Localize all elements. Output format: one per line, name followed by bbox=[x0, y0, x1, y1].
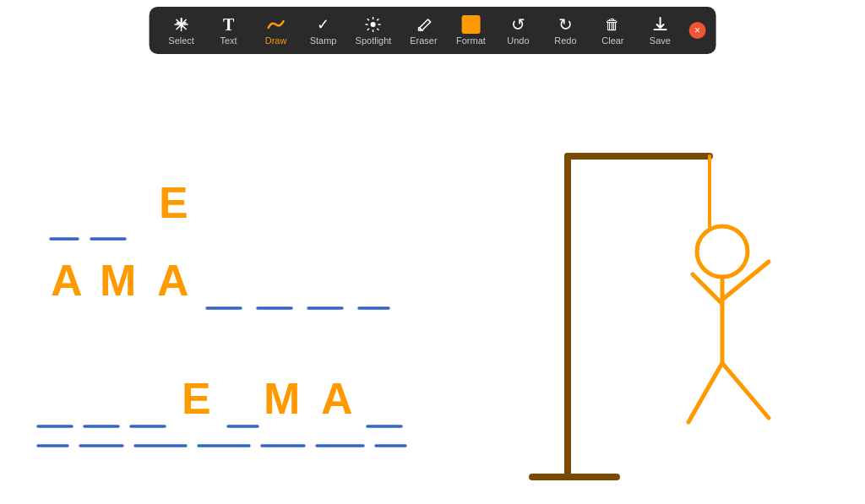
undo-label: Undo bbox=[507, 35, 529, 46]
save-label: Save bbox=[650, 35, 671, 46]
text-icon: T bbox=[223, 15, 234, 34]
spotlight-tool[interactable]: Spotlight bbox=[349, 12, 399, 49]
svg-text:✛: ✛ bbox=[176, 16, 187, 30]
svg-line-7 bbox=[378, 29, 379, 30]
stick-figure-arm-right bbox=[722, 262, 769, 300]
stamp-label: Stamp bbox=[310, 35, 337, 46]
eraser-tool[interactable]: Eraser bbox=[401, 12, 445, 49]
spotlight-icon bbox=[365, 15, 382, 34]
clear-label: Clear bbox=[601, 35, 623, 46]
undo-tool[interactable]: ↺ Undo bbox=[496, 12, 540, 49]
draw-label: Draw bbox=[265, 35, 287, 46]
text-tool[interactable]: T Text bbox=[207, 12, 251, 49]
letter-e-bottom: E bbox=[182, 374, 211, 423]
svg-line-9 bbox=[367, 29, 369, 30]
letter-a-left: A bbox=[51, 256, 83, 305]
eraser-icon bbox=[415, 15, 432, 34]
select-icon: ✛ bbox=[173, 15, 190, 34]
stamp-icon: ✓ bbox=[317, 15, 329, 34]
clear-tool[interactable]: 🗑 Clear bbox=[590, 12, 634, 49]
svg-line-8 bbox=[378, 19, 379, 20]
canvas-area[interactable]: E A M A E M A bbox=[0, 0, 865, 504]
letter-e-top: E bbox=[159, 178, 188, 227]
stamp-tool[interactable]: ✓ Stamp bbox=[302, 12, 345, 49]
undo-icon: ↺ bbox=[511, 15, 525, 34]
stick-figure-leg-right bbox=[722, 363, 769, 418]
text-label: Text bbox=[220, 35, 237, 46]
stick-figure-head bbox=[697, 226, 748, 277]
letter-m: M bbox=[100, 256, 136, 305]
toolbar: ✛ Select T Text Draw ✓ Stamp bbox=[150, 7, 716, 54]
select-label: Select bbox=[168, 35, 194, 46]
format-tool[interactable]: Format bbox=[449, 12, 492, 49]
letter-a-right: A bbox=[157, 256, 189, 305]
letter-a-bottom: A bbox=[321, 374, 353, 423]
svg-line-6 bbox=[367, 19, 369, 20]
draw-tool[interactable]: Draw bbox=[254, 12, 298, 49]
redo-icon: ↻ bbox=[558, 15, 573, 34]
svg-point-1 bbox=[371, 22, 376, 27]
format-icon bbox=[461, 15, 480, 34]
eraser-label: Eraser bbox=[410, 35, 437, 46]
clear-icon: 🗑 bbox=[605, 15, 620, 34]
stick-figure-arm-left bbox=[693, 274, 722, 304]
redo-tool[interactable]: ↻ Redo bbox=[543, 12, 587, 49]
close-icon: × bbox=[694, 24, 700, 36]
stick-figure-leg-left bbox=[688, 363, 722, 422]
save-icon bbox=[651, 15, 668, 34]
select-tool[interactable]: ✛ Select bbox=[160, 12, 204, 49]
letter-m-bottom: M bbox=[264, 374, 300, 423]
save-tool[interactable]: Save bbox=[638, 12, 682, 49]
spotlight-label: Spotlight bbox=[356, 35, 392, 46]
close-button[interactable]: × bbox=[688, 22, 705, 39]
redo-label: Redo bbox=[554, 35, 576, 46]
draw-icon bbox=[267, 15, 286, 34]
format-label: Format bbox=[456, 35, 486, 46]
drawing-canvas[interactable]: E A M A E M A bbox=[0, 0, 865, 504]
